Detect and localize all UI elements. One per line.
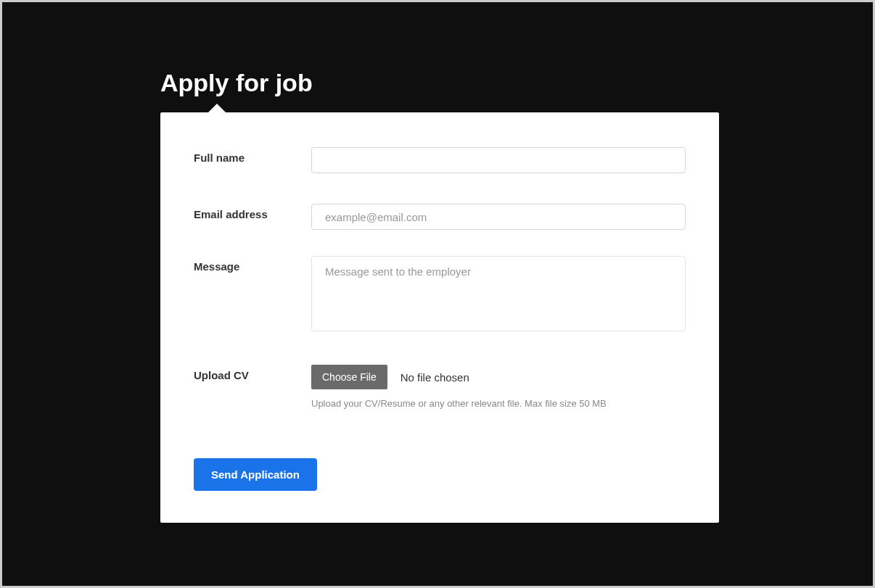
message-label: Message — [194, 256, 311, 273]
upload-hint-text: Upload your CV/Resume or any other relev… — [311, 398, 686, 409]
file-picker-row: Choose File No file chosen — [311, 365, 686, 389]
email-row: Email address — [194, 204, 686, 230]
card-arrow-icon — [208, 104, 226, 112]
page-background: Apply for job Full name Email address Me… — [2, 2, 873, 586]
upload-field-wrap: Choose File No file chosen Upload your C… — [311, 365, 686, 409]
fullname-label: Full name — [194, 147, 311, 164]
upload-row: Upload CV Choose File No file chosen Upl… — [194, 365, 686, 409]
email-field-wrap — [311, 204, 686, 230]
fullname-input[interactable] — [311, 147, 686, 173]
email-label: Email address — [194, 204, 311, 220]
email-input[interactable] — [311, 204, 686, 230]
page-title: Apply for job — [160, 69, 313, 97]
application-form-card: Full name Email address Message Upload C… — [160, 112, 719, 523]
message-textarea[interactable] — [311, 256, 686, 331]
file-status-text: No file chosen — [400, 371, 469, 384]
upload-label: Upload CV — [194, 365, 311, 381]
choose-file-button[interactable]: Choose File — [311, 365, 387, 389]
fullname-row: Full name — [194, 147, 686, 173]
message-row: Message — [194, 256, 686, 334]
message-field-wrap — [311, 256, 686, 334]
fullname-field-wrap — [311, 147, 686, 173]
send-application-button[interactable]: Send Application — [194, 458, 317, 491]
